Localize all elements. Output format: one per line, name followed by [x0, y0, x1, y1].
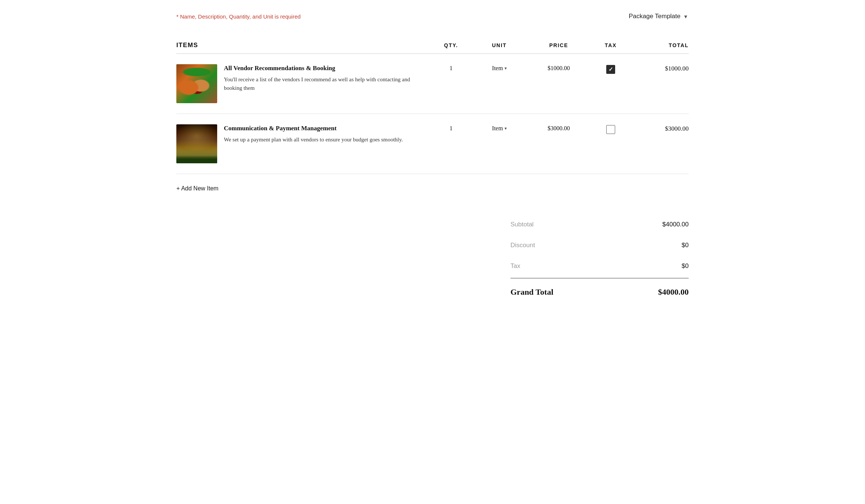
col-items-header: ITEMS: [176, 42, 429, 49]
item-total: $3000.00: [629, 124, 689, 132]
item-main: All Vendor Recommendations & Booking You…: [176, 64, 429, 103]
grand-total-label: Grand Total: [510, 287, 554, 297]
summary-section: Subtotal $4000.00 Discount $0 Tax $0 Gra…: [176, 214, 689, 297]
table-row: All Vendor Recommendations & Booking You…: [176, 54, 689, 114]
tax-checkbox[interactable]: [606, 65, 615, 74]
required-note: * Name, Description, Quantity, and Unit …: [176, 13, 301, 20]
col-qty-header: QTY.: [429, 42, 473, 48]
item-image-food: [176, 64, 217, 103]
tax-checkbox[interactable]: [606, 125, 615, 134]
package-template-label: Package Template: [629, 13, 680, 20]
item-image-wedding: [176, 124, 217, 163]
discount-row: Discount $0: [510, 235, 689, 256]
item-qty: 1: [429, 124, 473, 132]
package-template-dropdown[interactable]: Package Template ▾: [627, 10, 689, 22]
item-price: $1000.00: [525, 64, 592, 72]
item-unit-label: Item: [492, 65, 503, 72]
discount-value: $0: [682, 242, 689, 249]
add-new-item-button[interactable]: + Add New Item: [176, 185, 218, 192]
subtotal-value: $4000.00: [662, 221, 689, 228]
item-name: All Vendor Recommendations & Booking: [224, 64, 429, 72]
top-bar: * Name, Description, Quantity, and Unit …: [176, 10, 689, 22]
chevron-down-icon: ▾: [684, 13, 687, 20]
discount-label: Discount: [510, 242, 535, 249]
item-qty: 1: [429, 64, 473, 72]
col-total-header: TOTAL: [629, 42, 689, 48]
item-price: $3000.00: [525, 124, 592, 132]
table-header: ITEMS QTY. UNIT PRICE TAX TOTAL: [176, 37, 689, 54]
item-description: You'll receive a list of the vendors I r…: [224, 75, 429, 92]
tax-summary-label: Tax: [510, 262, 520, 270]
item-unit-dropdown[interactable]: Item ▾: [473, 124, 525, 132]
item-main: Communication & Payment Management We se…: [176, 124, 429, 163]
col-unit-header: UNIT: [473, 42, 525, 48]
summary-divider: [510, 278, 689, 278]
summary-table: Subtotal $4000.00 Discount $0 Tax $0 Gra…: [510, 214, 689, 297]
unit-chevron-icon: ▾: [505, 66, 507, 71]
item-tax: [592, 124, 629, 134]
subtotal-label: Subtotal: [510, 221, 533, 228]
col-price-header: PRICE: [525, 42, 592, 48]
item-text-block: Communication & Payment Management We se…: [224, 124, 429, 144]
table-row: Communication & Payment Management We se…: [176, 114, 689, 174]
item-unit-label: Item: [492, 125, 503, 132]
item-text-block: All Vendor Recommendations & Booking You…: [224, 64, 429, 92]
item-name: Communication & Payment Management: [224, 124, 429, 132]
subtotal-row: Subtotal $4000.00: [510, 214, 689, 235]
item-unit-dropdown[interactable]: Item ▾: [473, 64, 525, 72]
tax-summary-value: $0: [682, 262, 689, 270]
col-tax-header: TAX: [592, 42, 629, 48]
unit-chevron-icon: ▾: [505, 126, 507, 131]
grand-total-value: $4000.00: [658, 287, 689, 297]
item-total: $1000.00: [629, 64, 689, 72]
grand-total-row: Grand Total $4000.00: [510, 280, 689, 297]
item-tax: [592, 64, 629, 74]
item-description: We set up a payment plan with all vendor…: [224, 135, 429, 144]
tax-row: Tax $0: [510, 256, 689, 276]
